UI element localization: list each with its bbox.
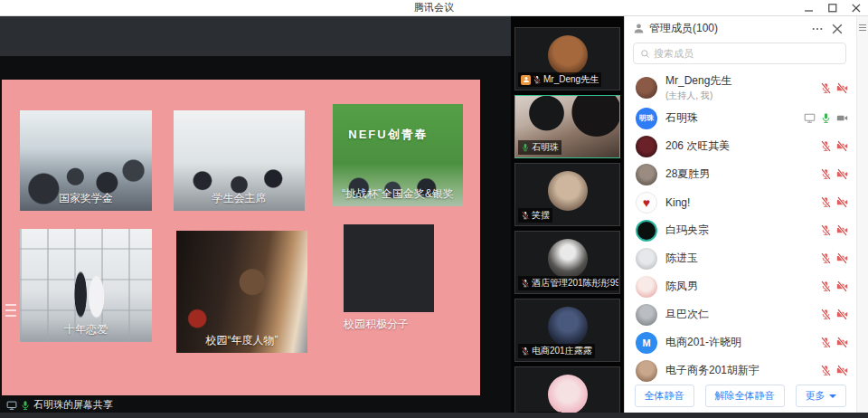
photo-caption: 十年恋爱 [20, 322, 152, 337]
mic-muted-icon[interactable] [820, 309, 832, 320]
member-row[interactable]: 白玛央宗 [625, 216, 868, 244]
member-role: (主持人, 我) [665, 90, 820, 102]
mic-muted-icon[interactable] [820, 224, 832, 236]
camera-off-icon[interactable] [836, 82, 848, 94]
mic-muted-icon[interactable] [820, 365, 832, 376]
camera-off-icon[interactable] [836, 337, 848, 348]
avatar [548, 239, 588, 279]
member-name: Mr_Deng先生 [665, 73, 820, 89]
member-name: 石明珠 [665, 110, 804, 126]
video-thumbnail[interactable]: 酒店管理201陈彤彤9920... [514, 231, 620, 294]
member-name: 白玛央宗 [665, 223, 820, 238]
camera-off-icon[interactable] [836, 309, 848, 320]
video-thumbnail[interactable]: 电商201庄露露 [514, 299, 620, 362]
member-row[interactable]: Mr_Deng先生 (主持人, 我) [625, 71, 868, 104]
mic-muted-icon[interactable] [820, 82, 832, 94]
more-options-icon[interactable] [810, 22, 825, 36]
member-row[interactable]: 28夏胜男 [625, 160, 868, 188]
member-name: 206 次旺其美 [665, 138, 820, 154]
member-row[interactable]: 206 次旺其美 [625, 132, 868, 160]
camera-off-icon[interactable] [836, 140, 848, 152]
member-row[interactable]: 陈进玉 [625, 244, 868, 272]
photo-campus-activist [344, 224, 434, 312]
avatar [636, 276, 657, 298]
avatar [636, 77, 657, 99]
video-thumbnail-strip[interactable]: Mr_Deng先生 石明珠 笑摆 酒店管理201陈彤彤9920... [511, 16, 624, 413]
member-row[interactable]: M 电商201-许晓明 [625, 328, 868, 356]
camera-off-icon[interactable] [836, 224, 848, 236]
more-button[interactable]: 更多 [796, 385, 846, 407]
video-thumbnail[interactable]: 张宇晴 [514, 366, 620, 413]
bottom-edge-bar [0, 413, 868, 418]
panel-edge-strip [856, 16, 868, 413]
photo-overlay-text: NEFU创青春 [348, 127, 428, 143]
panel-title: 管理成员(100) [649, 21, 805, 36]
video-thumbnail[interactable]: 笑摆 [514, 163, 620, 226]
participant-name: Mr_Deng先生 [543, 73, 599, 86]
mic-muted-icon[interactable] [820, 280, 832, 292]
mic-muted-icon [521, 279, 530, 288]
mic-on-icon [521, 143, 530, 152]
member-row[interactable]: 电子商务201胡新宇 [625, 356, 868, 385]
mic-muted-icon[interactable] [820, 140, 832, 152]
avatar [636, 304, 657, 326]
slide-watermark [5, 304, 16, 320]
member-row[interactable]: 旦巴次仁 [625, 300, 868, 328]
camera-off-icon[interactable] [836, 280, 848, 292]
mute-all-button[interactable]: 全体静音 [635, 385, 694, 407]
avatar [548, 375, 588, 413]
presentation-slide: 国家奖学金 学生会主席 NEFU创青春 “挑战杯”全国金奖&银奖 十年恋爱 校园… [2, 80, 480, 395]
minimize-icon[interactable] [805, 4, 814, 13]
photo-person-of-year: 校园“年度人物” [176, 231, 307, 353]
photo-caption: “挑战杯”全国金奖&银奖 [333, 186, 463, 202]
member-name: 旦巴次仁 [665, 307, 820, 322]
camera-off-icon[interactable] [836, 196, 848, 208]
mic-muted-icon[interactable] [820, 252, 832, 264]
members-icon [633, 23, 645, 34]
participant-name: 石明珠 [532, 141, 559, 154]
mic-on-icon[interactable] [820, 112, 832, 124]
window-titlebar: 腾讯会议 [0, 0, 868, 16]
close-icon[interactable] [852, 4, 861, 13]
screen-share-icon [6, 400, 17, 411]
maximize-icon[interactable] [828, 4, 837, 13]
member-row[interactable]: ♥ King! [625, 188, 868, 216]
mic-muted-icon[interactable] [820, 196, 832, 208]
participant-name: 笑摆 [532, 209, 550, 222]
mic-muted-icon [521, 211, 530, 220]
slide-top-band [0, 16, 511, 56]
panel-close-icon[interactable] [830, 22, 844, 36]
photo-caption: 校园积极分子 [344, 317, 409, 332]
member-search-box[interactable] [633, 43, 846, 64]
screen-share-banner: 石明珠的屏幕共享 [0, 397, 119, 413]
members-panel: 管理成员(100) Mr_Deng先生 (主持人, 我) [624, 16, 868, 413]
window-title: 腾讯会议 [414, 1, 454, 14]
avatar [636, 360, 657, 382]
avatar: M [636, 332, 657, 354]
screen-share-icon[interactable] [804, 112, 816, 124]
unmute-all-button[interactable]: 解除全体静音 [705, 385, 785, 407]
mic-muted-icon[interactable] [820, 337, 832, 348]
search-input[interactable] [654, 48, 839, 59]
avatar [636, 248, 657, 270]
hamburger-icon[interactable] [859, 24, 866, 31]
mic-muted-icon[interactable] [820, 168, 832, 180]
photo-caption: 校园“年度人物” [176, 333, 307, 348]
member-name: 陈进玉 [665, 251, 820, 266]
camera-on-icon[interactable] [836, 112, 848, 124]
photo-scholarship: 国家奖学金 [20, 110, 152, 211]
camera-off-icon[interactable] [836, 252, 848, 264]
photo-challenge-cup: NEFU创青春 “挑战杯”全国金奖&银奖 [333, 104, 463, 206]
member-row[interactable]: 明珠 石明珠 [625, 104, 868, 132]
member-name: 28夏胜男 [665, 166, 820, 182]
member-row[interactable]: 陈凤男 [625, 272, 868, 300]
photo-caption: 国家奖学金 [20, 191, 152, 206]
camera-off-icon[interactable] [836, 168, 848, 180]
camera-off-icon[interactable] [836, 365, 848, 376]
chevron-down-icon [829, 394, 836, 398]
shared-screen-area: 国家奖学金 学生会主席 NEFU创青春 “挑战杯”全国金奖&银奖 十年恋爱 校园… [0, 16, 511, 413]
avatar: 明珠 [636, 108, 657, 129]
member-name: King! [665, 196, 820, 209]
video-thumbnail[interactable]: Mr_Deng先生 [514, 27, 620, 90]
video-thumbnail-active-speaker[interactable]: 石明珠 [514, 95, 620, 158]
